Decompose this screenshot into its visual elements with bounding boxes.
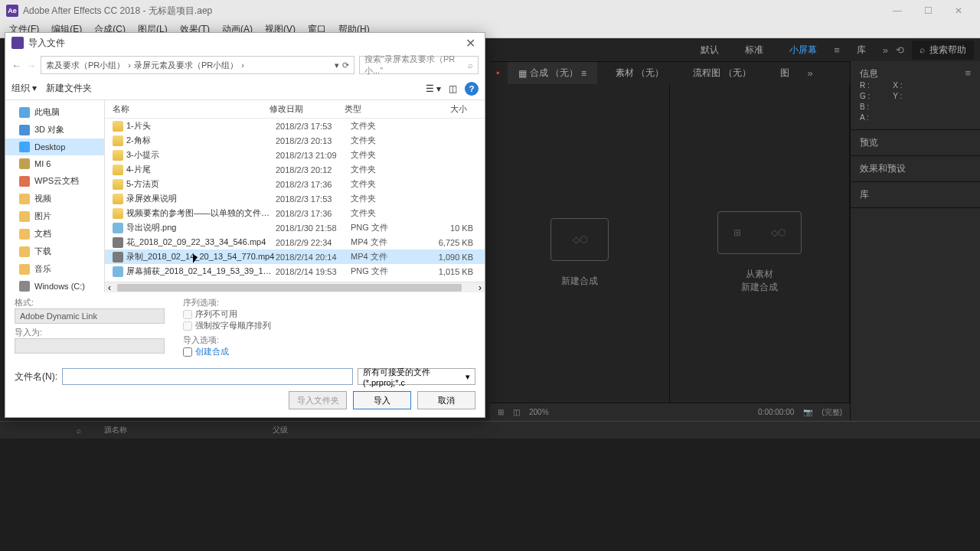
effects-panel[interactable]: 效果和预设 (851, 156, 980, 182)
cancel-button[interactable]: 取消 (417, 391, 475, 409)
dialog-close-button[interactable]: ✕ (462, 36, 479, 51)
nav-fwd-icon[interactable]: → (26, 60, 36, 71)
panel-menu-icon[interactable]: ≡ (965, 67, 971, 80)
scroll-left-icon[interactable]: ‹ (105, 282, 114, 293)
close-button[interactable]: ✕ (943, 0, 974, 21)
sidebar-item[interactable]: Desktop (5, 139, 104, 155)
scrollbar-thumb[interactable] (117, 284, 462, 292)
create-comp-checkbox[interactable] (183, 347, 192, 357)
import-folder-button[interactable]: 导入文件夹 (289, 391, 347, 409)
preview-pane-icon[interactable]: ◫ (449, 83, 457, 94)
sidebar-item[interactable]: WPS云文档 (5, 172, 104, 190)
workspace-library[interactable]: 库 (848, 41, 875, 60)
timeline-tracks[interactable] (0, 439, 980, 551)
sidebar-item[interactable]: Windows (C:) (5, 278, 104, 292)
sidebar-label: 音乐 (34, 263, 51, 275)
tab-graph[interactable]: 图 (769, 62, 800, 84)
view-menu-icon[interactable]: ☰ ▾ (426, 83, 441, 94)
sidebar-item[interactable]: 此电脑 (5, 103, 104, 121)
scroll-right-icon[interactable]: › (475, 282, 485, 293)
file-size: 1,090 KB (427, 253, 481, 262)
file-icon (113, 150, 123, 161)
refresh-icon[interactable]: ⟳ (342, 60, 349, 70)
chevron-down-icon[interactable]: ▾ (335, 60, 339, 70)
import-button[interactable]: 导入 (353, 391, 411, 409)
sync-icon[interactable]: ⟲ (896, 44, 904, 56)
col-date[interactable]: 修改日期 (270, 103, 345, 115)
file-row[interactable]: 3-小提示2018/2/13 21:09文件夹 (105, 148, 485, 162)
resolution-status[interactable]: (完整) (822, 407, 842, 418)
seq-na-label: 序列不可用 (195, 308, 237, 320)
workspace-default[interactable]: 默认 (691, 41, 728, 60)
info-g: G : (860, 91, 870, 102)
file-row[interactable]: 花_2018_02_09_22_33_34_546.mp42018/2/9 22… (105, 235, 485, 249)
file-row[interactable]: 屏幕捕获_2018_02_14_19_53_39_179....2018/2/1… (105, 264, 485, 279)
sidebar-item[interactable]: 下载 (5, 243, 104, 260)
sidebar-label: MI 6 (34, 159, 51, 168)
workspace-overflow-icon[interactable]: » (883, 44, 888, 56)
tab-footage[interactable]: 素材 （无） (605, 62, 675, 84)
file-row[interactable]: 2-角标2018/2/3 20:13文件夹 (105, 133, 485, 148)
importas-select[interactable] (15, 338, 165, 354)
preview-panel[interactable]: 预览 (851, 130, 980, 156)
col-source-name: 源名称 (104, 425, 127, 435)
maximize-button[interactable]: ☐ (913, 0, 943, 21)
file-row[interactable]: 录制_2018_02_14_20_13_54_770.mp42018/2/14 … (105, 249, 485, 264)
panel-overflow-icon[interactable]: » (808, 67, 813, 79)
sidebar-item[interactable]: 音乐 (5, 260, 104, 278)
file-row[interactable]: 录屏效果说明2018/2/3 17:53文件夹 (105, 191, 485, 206)
file-row[interactable]: 4-片尾2018/2/3 20:12文件夹 (105, 162, 485, 177)
col-name[interactable]: 名称 (105, 103, 270, 115)
col-type[interactable]: 类型 (345, 103, 421, 115)
sidebar-item[interactable]: MI 6 (5, 155, 104, 172)
filetype-filter[interactable]: 所有可接受的文件 (*.prproj;*.c▾ (358, 368, 475, 385)
file-row[interactable]: 1-片头2018/2/3 17:53文件夹 (105, 119, 485, 133)
dialog-search[interactable]: 搜索"录屏素及要求（PR小..." ⌕ (359, 56, 479, 74)
new-comp-drop[interactable]: ◇⬡ 新建合成 (490, 84, 670, 421)
tab-flowchart[interactable]: 流程图 （无） (682, 62, 761, 84)
camera-icon[interactable]: 📷 (803, 408, 812, 416)
sidebar-item[interactable]: 视频 (5, 190, 104, 207)
from-footage-drop[interactable]: ⊞◇⬡ 从素材 新建合成 (670, 84, 850, 421)
panel-pin-icon[interactable]: • (496, 67, 500, 79)
file-row[interactable]: 5-方法页2018/2/3 17:36文件夹 (105, 177, 485, 191)
nav-back-icon[interactable]: ← (11, 60, 21, 71)
file-list[interactable]: 1-片头2018/2/3 17:53文件夹2-角标2018/2/3 20:13文… (105, 119, 485, 282)
workspace-small-screen[interactable]: 小屏幕 (780, 41, 826, 60)
crumb-2[interactable]: 录屏元素及要求（PR小组） (134, 60, 238, 71)
sidebar-item[interactable]: 文档 (5, 225, 104, 243)
search-help[interactable]: ⌕ 搜索帮助 (912, 41, 974, 60)
help-icon[interactable]: ? (465, 82, 479, 96)
mask-icon[interactable]: ◫ (513, 408, 520, 416)
sidebar-item[interactable]: 图片 (5, 207, 104, 225)
search-placeholder: 搜索"录屏素及要求（PR小..." (364, 54, 468, 77)
minimize-button[interactable]: — (882, 0, 913, 21)
library-panel[interactable]: 库 (851, 182, 980, 208)
folder-icon (19, 264, 30, 275)
sidebar-label: 文档 (34, 228, 51, 240)
file-row[interactable]: 导出说明.png2018/1/30 21:58PNG 文件10 KB (105, 220, 485, 235)
search-track-icon[interactable]: ⌕ (77, 426, 81, 435)
zoom-value[interactable]: 200% (529, 408, 549, 416)
tab-menu-icon[interactable]: ≡ (581, 68, 586, 79)
organize-button[interactable]: 组织 ▾ (11, 82, 37, 95)
dialog-footer: 文件名(N): 所有可接受的文件 (*.prproj;*.c▾ 导入文件夹 导入… (5, 362, 485, 417)
workspace-standard[interactable]: 标准 (736, 41, 773, 60)
new-folder-button[interactable]: 新建文件夹 (46, 82, 92, 95)
file-list-header: 名称 修改日期 类型 大小 (105, 100, 485, 119)
tab-composition[interactable]: ▦合成 （无）≡ (508, 62, 597, 84)
chevron-right-icon: › (241, 60, 244, 70)
info-tab[interactable]: 信息 (860, 67, 878, 80)
format-select[interactable]: Adobe Dynamic Link (15, 308, 165, 324)
filename-label: 文件名(N): (15, 370, 57, 383)
filename-input[interactable] (62, 368, 353, 385)
crumb-1[interactable]: 素及要求（PR小组） (46, 60, 125, 71)
workspace-menu-icon[interactable]: ≡ (834, 44, 840, 56)
file-row[interactable]: 视频要素的参考图——以单独的文件夹...2018/2/3 17:36文件夹 (105, 206, 485, 220)
grid-icon[interactable]: ⊞ (498, 408, 504, 416)
timecode[interactable]: 0:00:00:00 (758, 408, 794, 416)
breadcrumb[interactable]: 素及要求（PR小组） › 录屏元素及要求（PR小组） › ▾ ⟳ (41, 56, 354, 74)
col-size[interactable]: 大小 (421, 103, 475, 115)
sidebar-item[interactable]: 3D 对象 (5, 121, 104, 139)
horizontal-scrollbar[interactable]: ‹› (105, 282, 485, 292)
